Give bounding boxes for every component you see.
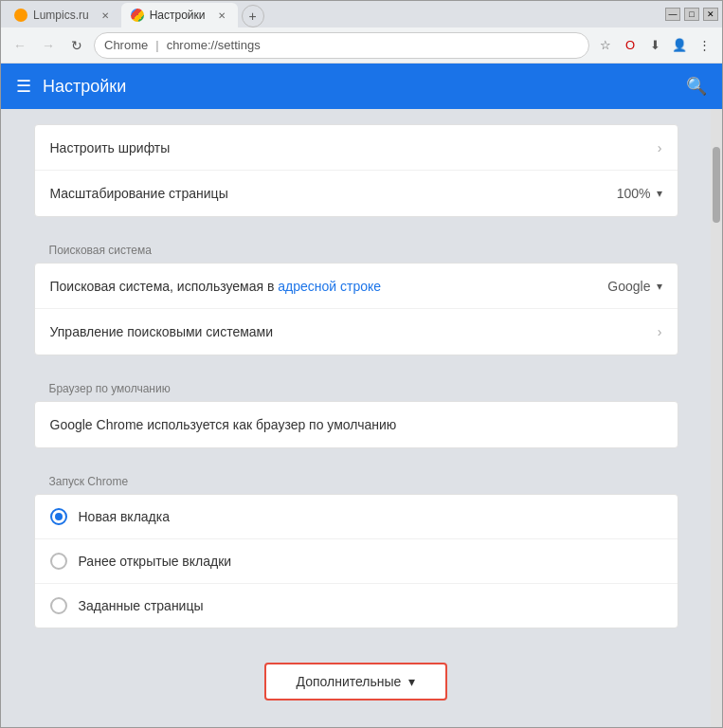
settings-search-icon[interactable]: 🔍 [686,76,707,97]
search-engine-text: Google [607,279,650,294]
fonts-row[interactable]: Настроить шрифты › [35,125,678,171]
radio-new-tab-circle [50,508,67,525]
radio-new-tab-dot [55,513,63,520]
tab-favicon-lumpics [14,9,27,22]
zoom-row[interactable]: Масштабирование страницы 100% ▾ [35,171,678,216]
manage-search-label: Управление поисковыми системами [50,324,274,339]
manage-search-row[interactable]: Управление поисковыми системами › [35,309,678,355]
address-separator: | [155,38,158,52]
tab-lumpics[interactable]: Lumpics.ru ✕ [5,3,121,27]
bookmark-icon[interactable]: ☆ [595,35,616,56]
advanced-button[interactable]: Дополнительные ▾ [264,663,448,701]
fonts-chevron: › [658,140,662,155]
menu-dots-icon[interactable]: ⋮ [694,35,714,56]
download-icon[interactable]: ⬇ [644,35,665,56]
manage-search-chevron: › [658,324,662,339]
browser-window: Lumpics.ru ✕ Настройки ✕ + — □ ✕ ← → ↻ C… [0,0,723,728]
radio-pages-circle [50,597,67,614]
zoom-text: 100% [617,186,651,201]
scroll-wrapper: Настроить шрифты › Масштабирование стран… [1,109,722,727]
advanced-btn-container: Дополнительные ▾ [34,644,678,727]
settings-inner: Настроить шрифты › Масштабирование стран… [34,109,678,727]
nav-icons: ☆ O ⬇ 👤 ⋮ [595,35,714,56]
hamburger-icon[interactable]: ☰ [16,76,31,97]
nav-bar: ← → ↻ Chrome | chrome://settings ☆ O ⬇ 👤… [1,27,722,64]
tab-close-lumpics[interactable]: ✕ [99,9,112,22]
startup-card: Новая вкладка Ранее открытые вкладки Зад… [34,494,678,628]
radio-prev-tabs-label: Ранее открытые вкладки [79,554,232,569]
zoom-dropdown-arrow: ▾ [657,187,662,200]
forward-button[interactable]: → [37,34,60,57]
tab-label-lumpics: Lumpics.ru [33,9,89,22]
startup-radio-new-tab[interactable]: Новая вкладка [35,495,678,539]
search-engine-value: Google ▾ [607,279,661,294]
new-tab-button[interactable]: + [242,5,264,27]
fonts-label: Настроить шрифты [50,140,171,155]
startup-radio-prev-tabs[interactable]: Ранее открытые вкладки [35,539,678,584]
window-controls: — □ ✕ [665,8,718,21]
settings-content: Настроить шрифты › Масштабирование стран… [1,109,711,727]
back-button[interactable]: ← [9,34,31,57]
refresh-button[interactable]: ↻ [65,34,88,57]
close-button[interactable]: ✕ [703,8,718,21]
fonts-card: Настроить шрифты › Масштабирование стран… [34,124,678,217]
radio-prev-tabs-circle [50,553,67,570]
tab-settings[interactable]: Настройки ✕ [121,3,238,27]
address-bar[interactable]: Chrome | chrome://settings [94,32,589,59]
address-path: chrome://settings [167,38,261,52]
scrollbar-thumb[interactable] [713,147,720,223]
radio-pages-label: Заданные страницы [79,598,204,613]
zoom-value: 100% ▾ [617,186,662,201]
zoom-label: Масштабирование страницы [50,186,228,201]
profile-icon[interactable]: 👤 [669,35,690,56]
settings-header: ☰ Настройки 🔍 [1,64,722,109]
radio-new-tab-label: Новая вкладка [79,509,171,524]
address-bar-link[interactable]: адресной строке [278,279,381,294]
scrollbar-track[interactable] [711,109,722,727]
default-browser-section-label: Браузер по умолчанию [34,371,678,401]
settings-page-title: Настройки [43,77,126,97]
startup-section-label: Запуск Chrome [34,464,678,494]
default-browser-card: Google Chrome используется как браузер п… [34,401,678,448]
search-card: Поисковая система, используемая в адресн… [34,263,678,355]
opera-icon[interactable]: O [620,35,641,56]
search-engine-arrow: ▾ [657,280,662,293]
default-browser-label: Google Chrome используется как браузер п… [50,417,397,432]
tab-favicon-settings [131,9,144,22]
search-engine-label: Поисковая система, используемая в адресн… [50,279,382,294]
search-section-label: Поисковая система [34,232,678,263]
address-protocol: Chrome [104,38,148,52]
tab-close-settings[interactable]: ✕ [215,9,228,22]
tab-bar: Lumpics.ru ✕ Настройки ✕ + [5,1,264,27]
default-browser-row: Google Chrome используется как браузер п… [35,402,678,447]
startup-radio-pages[interactable]: Заданные страницы [35,584,678,628]
maximize-button[interactable]: □ [684,8,699,21]
advanced-button-label: Дополнительные [297,674,402,689]
minimize-button[interactable]: — [665,8,680,21]
settings-header-left: ☰ Настройки [16,76,126,97]
advanced-button-arrow: ▾ [408,674,415,689]
search-engine-row[interactable]: Поисковая система, используемая в адресн… [35,264,678,309]
tab-label-settings: Настройки [150,9,206,22]
title-bar: Lumpics.ru ✕ Настройки ✕ + — □ ✕ [1,1,722,27]
